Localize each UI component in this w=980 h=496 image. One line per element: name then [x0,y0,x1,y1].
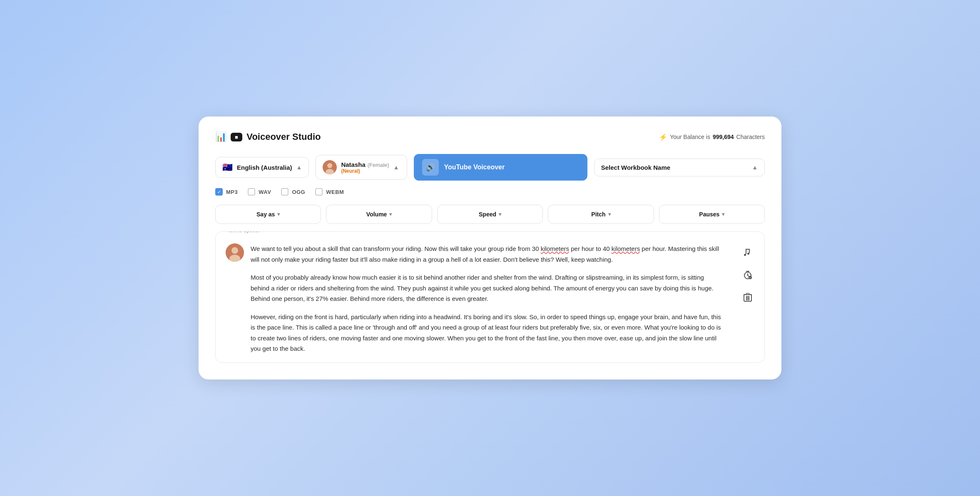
chevron-up-icon-workbook: ▲ [752,164,758,171]
say-as-button[interactable]: Say as ▾ [215,205,321,224]
pauses-label: Pauses [699,211,719,218]
tts-text-content[interactable]: We want to tell you about a skill that c… [251,243,721,354]
lightning-icon: ⚡ [659,133,667,141]
tts-avatar [226,243,244,262]
workbook-label: Select Workbook Name [601,164,748,171]
tts-text-area: We want to tell you about a skill that c… [216,235,731,362]
voiceover-button[interactable]: 🔊 YouTube Voiceover [414,154,587,181]
volume-button[interactable]: Volume ▾ [326,205,432,224]
workbook-dropdown[interactable]: Select Workbook Name ▲ [594,159,765,176]
svg-point-4 [231,247,238,254]
app-container: 📊 ■ Voiceover Studio ⚡ Your Balance is 9… [199,117,781,379]
pitch-label: Pitch [591,211,605,218]
balance-area: ⚡ Your Balance is 999,694 Characters [659,133,765,141]
tts-section: Text to Speech We want to tell you about… [215,231,765,363]
format-mp3[interactable]: ✓ MP3 [215,188,238,196]
header-left: 📊 ■ Voiceover Studio [215,131,321,142]
ogg-checkbox[interactable] [281,188,289,196]
say-as-label: Say as [256,211,275,218]
music-note-icon[interactable] [740,245,755,260]
speed-chevron: ▾ [499,211,501,217]
svg-line-13 [748,275,749,276]
voice-avatar [323,160,337,174]
app-title: Voiceover Studio [246,131,321,142]
ssml-controls-row: Say as ▾ Volume ▾ Speed ▾ Pitch ▾ Pauses… [215,205,765,224]
balance-suffix: Characters [736,134,765,140]
volume-chevron: ▾ [389,211,392,217]
language-label: English (Australia) [237,164,292,171]
balance-prefix: Your Balance is [670,134,710,140]
speed-label: Speed [479,211,496,218]
mp3-checkbox[interactable]: ✓ [215,188,223,196]
spelling-highlight: kilometers [541,245,569,252]
webm-label: WEBM [326,189,344,195]
voice-name: Natasha [341,161,365,168]
tts-paragraph-3: However, riding on the front is hard, pa… [251,312,721,354]
svg-rect-19 [746,293,749,295]
pitch-chevron: ▾ [608,211,611,217]
voice-name-group: Natasha (Female) (Neural) [341,161,389,174]
voice-dropdown[interactable]: Natasha (Female) (Neural) ▲ [316,155,407,180]
svg-rect-7 [747,253,749,255]
timer-icon[interactable]: + [740,268,755,283]
tts-section-label: Text to Speech [224,231,264,233]
tts-paragraph-2: Most of you probably already know how mu… [251,272,721,304]
chevron-up-icon: ▲ [296,164,302,171]
svg-rect-10 [746,249,750,250]
voice-name-line: Natasha (Female) [341,161,389,168]
brand-badge: ■ [231,133,242,141]
wav-label: WAV [259,189,271,195]
format-webm[interactable]: WEBM [315,188,344,196]
speed-button[interactable]: Speed ▾ [437,205,543,224]
speaker-icon: 🔊 [422,159,439,176]
tts-paragraph-1: We want to tell you about a skill that c… [251,243,721,265]
balance-count: 999,694 [713,134,734,140]
ogg-label: OGG [292,189,305,195]
pauses-button[interactable]: Pauses ▾ [659,205,765,224]
chevron-up-icon-voice: ▲ [393,164,399,171]
say-as-chevron: ▾ [277,211,280,217]
tts-actions: + [731,235,764,362]
voice-tag: (Neural) [341,168,389,174]
svg-rect-6 [744,254,746,256]
waveform-icon: 📊 [215,131,226,142]
volume-label: Volume [366,211,387,218]
pauses-chevron: ▾ [722,211,724,217]
format-row: ✓ MP3 WAV OGG WEBM [215,188,765,196]
wav-checkbox[interactable] [248,188,255,196]
format-ogg[interactable]: OGG [281,188,305,196]
delete-icon[interactable] [740,290,755,305]
voice-gender: (Female) [368,162,389,168]
tts-content: We want to tell you about a skill that c… [216,232,764,362]
svg-point-1 [327,163,332,168]
language-dropdown[interactable]: 🇦🇺 English (Australia) ▲ [215,157,309,178]
spelling-highlight-2: kilometers [612,245,640,252]
voiceover-label: YouTube Voiceover [444,164,505,171]
mp3-label: MP3 [226,189,238,195]
svg-text:+: + [749,276,751,279]
webm-checkbox[interactable] [315,188,323,196]
header: 📊 ■ Voiceover Studio ⚡ Your Balance is 9… [215,131,765,142]
flag-icon: 🇦🇺 [222,162,233,172]
format-wav[interactable]: WAV [248,188,271,196]
controls-row: 🇦🇺 English (Australia) ▲ Natasha (Female… [215,154,765,181]
pitch-button[interactable]: Pitch ▾ [548,205,654,224]
